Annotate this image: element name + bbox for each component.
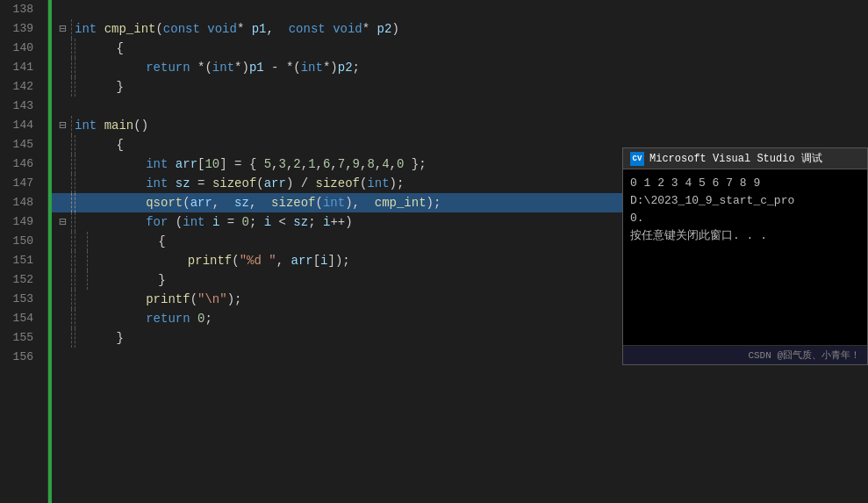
- code-line-142: }: [52, 77, 868, 97]
- line-num-140: 140: [0, 39, 39, 58]
- console-header: CV Microsoft Visual Studio 调试: [623, 148, 867, 169]
- code-line-143: [52, 97, 868, 116]
- console-footer-text: CSDN @囧气质、小青年！: [748, 350, 860, 361]
- kw-int-147: int: [146, 174, 168, 193]
- line-num-148: 148: [0, 193, 39, 212]
- collapse-149[interactable]: ⊟: [59, 212, 71, 232]
- line-num-146: 146: [0, 154, 39, 174]
- collapse-139[interactable]: ⊟: [59, 19, 71, 39]
- line-num-152: 152: [0, 270, 39, 290]
- line-num-138: 138: [0, 0, 39, 19]
- line-num-153: 153: [0, 290, 39, 309]
- console-vs-icon: CV: [630, 152, 644, 166]
- console-body: 0 1 2 3 4 5 6 7 8 9 D:\2023_10_9_start_c…: [623, 169, 867, 345]
- fn-cmp-int: cmp_int: [104, 19, 156, 39]
- code-line-144: ⊟ int main (): [52, 116, 868, 135]
- line-num-155: 155: [0, 328, 39, 348]
- editor-container: 138 139 140 141 142 143 144 145 146 147 …: [0, 0, 868, 503]
- line-num-145: 145: [0, 135, 39, 154]
- console-line-1: 0 1 2 3 4 5 6 7 8 9: [630, 175, 860, 192]
- line-num-151: 151: [0, 251, 39, 270]
- code-line-139: ⊟ int cmp_int ( const void * p1 , const …: [52, 19, 868, 39]
- line-numbers: 138 139 140 141 142 143 144 145 146 147 …: [0, 0, 48, 503]
- code-line-140: {: [52, 39, 868, 58]
- line-num-156: 156: [0, 348, 39, 367]
- code-line-141: return *( int *) p1 - *( int *) p2 ;: [52, 58, 868, 77]
- line-num-149: 149: [0, 212, 39, 232]
- line-num-143: 143: [0, 97, 39, 116]
- line-num-150: 150: [0, 232, 39, 251]
- line-num-144: 144: [0, 116, 39, 135]
- kw-int-149: int: [183, 212, 204, 232]
- kw-int-144: int: [75, 116, 97, 135]
- console-line-5: 按任意键关闭此窗口. . .: [630, 227, 860, 245]
- code-line-138: [52, 0, 868, 19]
- line-num-142: 142: [0, 77, 39, 97]
- console-line-3: D:\2023_10_9_start_c_pro: [630, 192, 860, 210]
- collapse-144[interactable]: ⊟: [59, 116, 71, 135]
- line-num-141: 141: [0, 58, 39, 77]
- kw-int-139: int: [75, 19, 97, 39]
- console-title: Microsoft Visual Studio 调试: [649, 151, 822, 166]
- line-num-139: 139: [0, 19, 39, 39]
- console-line-4: 0.: [630, 210, 860, 227]
- console-footer: CSDN @囧气质、小青年！: [623, 345, 867, 364]
- console-overlay: CV Microsoft Visual Studio 调试 0 1 2 3 4 …: [622, 147, 868, 365]
- fn-main: main: [104, 116, 134, 135]
- line-num-154: 154: [0, 309, 39, 328]
- line-num-147: 147: [0, 174, 39, 193]
